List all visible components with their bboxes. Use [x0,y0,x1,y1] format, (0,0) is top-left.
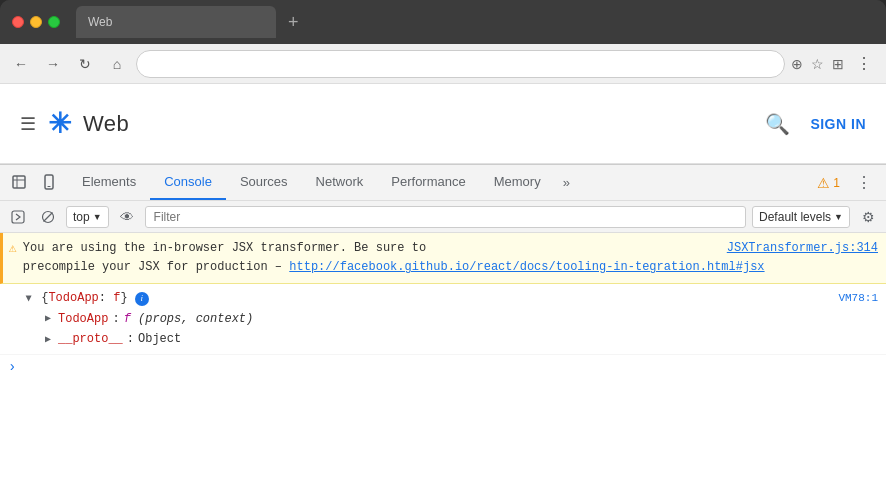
prop-colon: : [112,309,119,329]
object-expand-triangle[interactable]: ▶ [20,293,37,305]
nav-bar: ← → ↻ ⌂ ⊕ ☆ ⊞ ⋮ [0,44,886,84]
zoom-icon[interactable]: ⊕ [791,56,803,72]
tab-title: Web [88,15,112,29]
devtools-menu-button[interactable]: ⋮ [850,169,878,196]
execute-icon [11,210,25,224]
tab-sources-label: Sources [240,174,288,189]
jsx-transformer-link[interactable]: JSXTransformer.js:314 [727,239,878,258]
device-icon [41,174,57,190]
title-bar: Web + [0,0,886,44]
active-tab[interactable]: Web [76,6,276,38]
url-input[interactable] [149,56,772,71]
svg-line-7 [44,212,53,221]
tab-elements[interactable]: Elements [68,165,150,200]
object-property-todoapp: ▶ TodoApp : f (props, context) [22,309,878,329]
warning-content: JSXTransformer.js:314 You are using the … [23,239,878,277]
object-info-icon[interactable]: i [135,292,149,306]
site-logo: ✳ [48,107,71,140]
console-output: ⚠ JSXTransformer.js:314 You are using th… [0,233,886,500]
browser-menu-button[interactable]: ⋮ [850,50,878,77]
block-icon [41,210,55,224]
minimize-button[interactable] [30,16,42,28]
site-name: Web [83,111,129,137]
forward-button[interactable]: → [40,51,66,77]
eye-icon: 👁 [120,209,134,225]
warning-text-line2: precompile your JSX for production – [23,260,282,274]
reload-icon: ↻ [79,56,91,72]
home-button[interactable]: ⌂ [104,51,130,77]
back-icon: ← [14,56,28,72]
object-property-proto: ▶ __proto__ : Object [22,329,878,349]
page-content: ☰ ✳ Web 🔍 SIGN IN [0,84,886,164]
reload-button[interactable]: ↻ [72,51,98,77]
filter-input[interactable] [154,210,737,224]
tab-performance[interactable]: Performance [377,165,479,200]
close-button[interactable] [12,16,24,28]
object-label: {TodoApp: f} [41,291,135,305]
tab-performance-label: Performance [391,174,465,189]
levels-select[interactable]: Default levels ▼ [752,206,850,228]
sign-in-button[interactable]: SIGN IN [810,116,866,132]
devtools-panel: Elements Console Sources Network Perform… [0,164,886,500]
vm-link[interactable]: VM78:1 [838,289,878,308]
cursor-icon [11,174,27,190]
levels-label: Default levels [759,210,831,224]
prop-colon-2: : [127,329,134,349]
home-icon: ⌂ [113,56,121,72]
console-prompt-row[interactable]: › [0,355,886,379]
react-docs-link[interactable]: http://facebook.github.io/react/docs/too… [289,260,764,274]
context-select[interactable]: top ▼ [66,206,109,228]
forward-icon: → [46,56,60,72]
console-settings-button[interactable]: ⚙ [856,205,880,229]
property-expand-triangle[interactable]: ▶ [42,310,54,327]
filter-input-wrap [145,206,746,228]
levels-dropdown-icon: ▼ [834,212,843,222]
context-dropdown-icon: ▼ [93,212,102,222]
devtools-toolbar-right: ⚠ 1 ⋮ [811,165,882,200]
overflow-chevron-icon: » [563,175,570,190]
tab-memory[interactable]: Memory [480,165,555,200]
browser-window: Web + ← → ↻ ⌂ ⊕ ☆ ⊞ ⋮ ☰ ✳ Web [0,0,886,500]
console-object-row: ▶ {TodoApp: f} i VM78:1 ▶ TodoApp : f (p… [0,284,886,354]
block-button[interactable] [36,205,60,229]
tab-network-label: Network [316,174,364,189]
tab-elements-label: Elements [82,174,136,189]
tab-network[interactable]: Network [302,165,378,200]
new-tab-button[interactable]: + [280,9,307,35]
svg-rect-0 [13,176,25,188]
url-bar[interactable] [136,50,785,78]
page-actions: 🔍 SIGN IN [765,112,866,136]
tab-sources[interactable]: Sources [226,165,302,200]
element-picker-button[interactable] [4,165,34,200]
warning-badge[interactable]: ⚠ 1 [811,173,846,193]
prompt-chevron-icon: › [8,359,16,375]
execute-script-button[interactable] [6,205,30,229]
console-warning-row: ⚠ JSXTransformer.js:314 You are using th… [0,233,886,284]
prop-key-todoapp: TodoApp [58,309,108,329]
back-button[interactable]: ← [8,51,34,77]
warning-triangle-icon: ⚠ [817,175,830,191]
warning-text-line1: You are using the in-browser JSX transfo… [23,241,426,255]
tab-memory-label: Memory [494,174,541,189]
warning-icon: ⚠ [9,240,17,256]
tab-console[interactable]: Console [150,165,226,200]
maximize-button[interactable] [48,16,60,28]
traffic-lights [12,16,60,28]
prop-val-proto: Object [138,329,181,349]
tab-console-label: Console [164,174,212,189]
search-icon[interactable]: 🔍 [765,112,790,136]
device-mode-button[interactable] [34,165,64,200]
svg-rect-5 [12,211,24,223]
tabs-overflow-button[interactable]: » [555,165,578,200]
bookmark-icon[interactable]: ☆ [811,56,824,72]
proto-expand-triangle[interactable]: ▶ [42,331,54,348]
prop-val-todoapp: f (props, context) [124,309,254,329]
hamburger-icon[interactable]: ☰ [20,113,36,135]
warning-count: 1 [833,176,840,190]
eye-button[interactable]: 👁 [115,205,139,229]
prop-key-proto: __proto__ [58,329,123,349]
url-icons: ⊕ ☆ ⊞ [791,56,844,72]
context-label: top [73,210,90,224]
settings-icon: ⚙ [862,209,875,225]
extensions-icon[interactable]: ⊞ [832,56,844,72]
